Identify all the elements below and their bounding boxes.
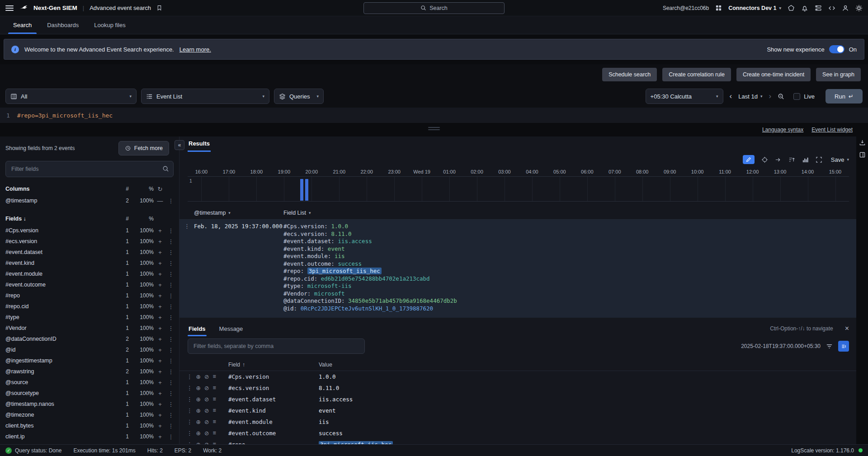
action-button[interactable]: Create one-time incident: [736, 68, 811, 81]
include-filter-icon[interactable]: ⊕: [196, 441, 201, 444]
kebab-menu-icon[interactable]: ⋮: [187, 407, 193, 414]
add-field-icon[interactable]: +: [154, 379, 166, 386]
add-field-icon[interactable]: +: [154, 412, 166, 418]
field-row[interactable]: @dataConnectionID 2 100% + ⋮: [0, 334, 179, 344]
results-tab[interactable]: Results: [188, 140, 211, 152]
field-row[interactable]: @timezone 1 100% + ⋮: [0, 409, 179, 420]
timeline-bar[interactable]: [300, 179, 303, 201]
add-field-icon[interactable]: +: [154, 303, 166, 310]
exclude-filter-icon[interactable]: ⊘: [204, 441, 209, 444]
exclude-filter-icon[interactable]: ⊘: [204, 407, 209, 414]
inspector-tab[interactable]: Fields: [188, 321, 207, 336]
timezone-dropdown[interactable]: +05:30 Calcutta ▾: [646, 89, 723, 104]
kebab-menu-icon[interactable]: ⋮: [166, 390, 175, 397]
include-filter-icon[interactable]: ⊕: [196, 407, 201, 414]
field-row[interactable]: #event.module 1 100% + ⋮: [0, 268, 179, 279]
save-button[interactable]: Save ▾: [831, 156, 849, 163]
collapse-sidebar-icon[interactable]: «: [175, 140, 184, 150]
add-field-icon[interactable]: +: [154, 423, 166, 429]
kebab-menu-icon[interactable]: ⋮: [166, 347, 175, 353]
theme-sun-icon[interactable]: [855, 5, 863, 12]
add-field-icon[interactable]: +: [154, 444, 166, 445]
event-field-line[interactable]: #repo.cid: ed6b21d05e754288bb4702e1a213c…: [283, 275, 856, 283]
pentagon-icon[interactable]: [788, 5, 795, 12]
kebab-menu-icon[interactable]: ⋮: [166, 238, 175, 245]
data-connectors-icon[interactable]: [815, 5, 822, 12]
include-filter-icon[interactable]: ⊕: [196, 430, 201, 437]
add-column-icon[interactable]: ≡: [212, 441, 216, 444]
event-field-line[interactable]: #type: microsoft-iis: [283, 282, 856, 290]
kebab-menu-icon[interactable]: ⋮: [166, 260, 175, 267]
add-field-icon[interactable]: +: [154, 227, 166, 234]
view-scope-dropdown[interactable]: All ▾: [5, 89, 137, 104]
kebab-menu-icon[interactable]: ⋮: [166, 325, 175, 332]
add-column-icon[interactable]: ≡: [212, 418, 216, 425]
event-list-widget-link[interactable]: Event List widget: [811, 127, 853, 133]
add-field-icon[interactable]: +: [154, 292, 166, 299]
notifications-bell-icon[interactable]: [801, 5, 808, 12]
inspector-filter-input[interactable]: [188, 338, 365, 354]
inspector-tab[interactable]: Message: [218, 321, 244, 336]
histogram-icon[interactable]: [802, 156, 809, 163]
include-filter-icon[interactable]: ⊕: [196, 385, 201, 391]
event-field-line[interactable]: #Vendor: microsoft: [283, 290, 856, 298]
field-row[interactable]: @ingesttimestamp 1 100% + ⋮: [0, 355, 179, 366]
add-field-icon[interactable]: +: [154, 260, 166, 267]
kebab-menu-icon[interactable]: ⋮: [187, 396, 193, 403]
kebab-menu-icon[interactable]: ⋮: [187, 385, 193, 391]
field-row[interactable]: #event.kind 1 100% + ⋮: [0, 258, 179, 268]
field-row[interactable]: client.bytes 1 100% + ⋮: [0, 420, 179, 431]
field-row[interactable]: client.ip 1 100% + ⋮: [0, 431, 179, 442]
zoom-out-icon[interactable]: [778, 93, 784, 100]
event-field-line[interactable]: #event.dataset: iis.access: [283, 238, 856, 245]
kebab-menu-icon[interactable]: ⋮: [166, 249, 175, 256]
side-panel-icon[interactable]: [859, 151, 866, 158]
action-button[interactable]: Schedule search: [602, 68, 657, 81]
nav-tab[interactable]: Lookup files: [86, 16, 133, 34]
language-syntax-link[interactable]: Language syntax: [762, 127, 803, 133]
kebab-menu-icon[interactable]: ⋮: [166, 412, 175, 418]
field-row[interactable]: @sourcetype 1 100% + ⋮: [0, 388, 179, 399]
field-row[interactable]: @timestamp.nanos 1 100% + ⋮: [0, 399, 179, 409]
query-editor[interactable]: 1 #repo=3pi_microsoft_iis_hec: [0, 108, 868, 123]
app-switcher-icon[interactable]: [715, 5, 722, 11]
kebab-menu-icon[interactable]: ⋮: [187, 373, 193, 380]
exclude-filter-icon[interactable]: ⊘: [204, 418, 209, 425]
kebab-menu-icon[interactable]: ⋮: [166, 357, 175, 364]
kebab-menu-icon[interactable]: ⋮: [166, 379, 175, 386]
add-field-icon[interactable]: +: [154, 347, 166, 353]
kebab-menu-icon[interactable]: ⋮: [166, 401, 175, 408]
event-field-line[interactable]: #Cps.version: 1.0.0: [283, 223, 856, 230]
field-row[interactable]: #repo 1 100% + ⋮: [0, 290, 179, 301]
kebab-menu-icon[interactable]: ⋮: [166, 336, 175, 343]
add-field-icon[interactable]: +: [154, 282, 166, 288]
column-row[interactable]: @timestamp 2 100% — ⋮: [0, 195, 179, 206]
field-row[interactable]: event.category[0] 1 100% + ⋮: [0, 442, 179, 444]
add-column-icon[interactable]: ≡: [212, 373, 216, 380]
refresh-icon[interactable]: ↻: [154, 186, 166, 193]
field-sort-header[interactable]: Field↑: [228, 362, 319, 368]
fullscreen-icon[interactable]: [816, 156, 822, 163]
add-column-icon[interactable]: ≡: [212, 396, 216, 403]
field-row[interactable]: @id 2 100% + ⋮: [0, 344, 179, 355]
add-field-icon[interactable]: +: [154, 401, 166, 408]
add-field-icon[interactable]: +: [154, 238, 166, 245]
bookmark-icon[interactable]: [156, 5, 162, 11]
include-filter-icon[interactable]: ⊕: [196, 396, 201, 403]
event-field-line[interactable]: @id: 0RcPc2JDJEPCteJv6utnSlKH_1_0_173988…: [283, 305, 856, 313]
add-field-icon[interactable]: +: [154, 368, 166, 375]
fieldlist-column-header[interactable]: Field List▾: [283, 210, 856, 216]
kebab-menu-icon[interactable]: ⋮: [166, 271, 175, 277]
kebab-menu-icon[interactable]: ⋮: [187, 441, 193, 444]
kebab-menu-icon[interactable]: ⋮: [184, 223, 194, 312]
add-column-icon[interactable]: ≡: [212, 430, 216, 437]
field-row[interactable]: #type 1 100% + ⋮: [0, 312, 179, 323]
kebab-menu-icon[interactable]: ⋮: [187, 418, 193, 425]
field-row[interactable]: #event.outcome 1 100% + ⋮: [0, 279, 179, 290]
event-field-line[interactable]: #event.kind: event: [283, 245, 856, 253]
live-checkbox[interactable]: Live: [793, 93, 815, 100]
add-field-icon[interactable]: +: [154, 390, 166, 397]
kebab-menu-icon[interactable]: ⋮: [166, 368, 175, 375]
api-icon[interactable]: [828, 5, 835, 12]
time-forward-chevron[interactable]: ›: [767, 92, 773, 101]
